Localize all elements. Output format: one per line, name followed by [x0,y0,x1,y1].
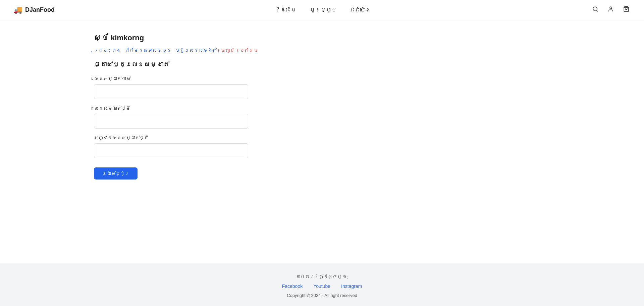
breadcrumb: គ្រប់គ្រង ព័ក័មានផ្ទាល់ខ្លួន ប្ដូរលេខសម្… [94,48,550,53]
footer-youtube-link[interactable]: Youtube [313,284,330,289]
confirm-password-label: បញ្ជាក់លេខសម្ងាត់ថ្មី [94,135,550,141]
footer-contact-label: តាមចាររំឮកផ្ទៃមួយ: [0,274,644,279]
nav-item-home[interactable]: វំតំដើម [275,7,297,13]
change-password-form: លេខសម្ងាត់ចាស់ លេខសម្ងាត់ថ្មី បញ្ជាក់លេខ… [94,76,550,180]
new-password-input[interactable] [94,114,248,129]
footer-links: Facebook Youtube Instagram [0,284,644,289]
confirm-password-input[interactable] [94,143,248,158]
account-button[interactable] [606,5,615,15]
breadcrumb-admin[interactable]: គ្រប់គ្រង [94,48,121,53]
breadcrumb-change-password[interactable]: ប្ដូរលេខសម្ងាត់ [175,48,217,53]
main-content: ស្ថ័ kimkorng គ្រប់គ្រង ព័ក័មានផ្ទាល់ខ្ល… [0,20,644,263]
confirm-password-group: បញ្ជាក់លេខសម្ងាត់ថ្មី [94,135,550,158]
footer-facebook-link[interactable]: Facebook [282,284,303,289]
new-password-label: លេខសម្ងាត់ថ្មី [94,106,550,111]
header-actions [591,5,631,15]
old-password-label: លេខសម្ងាត់ចាស់ [94,76,550,82]
submit-button[interactable]: ផ្ដាស់ប្ដូរ [94,167,138,180]
page-title: ស្ថ័ kimkorng [94,34,550,42]
footer-copyright: Copyright © 2024 - All right reserved [0,293,644,298]
main-nav: វំតំដើម មូខម្ហូប អំពីយើង [275,7,371,13]
search-button[interactable] [591,5,600,15]
new-password-group: លេខសម្ងាត់ថ្មី [94,106,550,129]
cart-button[interactable] [622,5,631,15]
svg-point-2 [610,7,612,9]
footer: តាមចាររំឮកផ្ទៃមួយ: Facebook Youtube Inst… [0,263,644,306]
breadcrumb-profile[interactable]: ព័ក័មានផ្ទាល់ខ្លួន [125,48,171,53]
logo-text: DJanFood [25,6,55,13]
nav-item-about[interactable]: អំពីយើង [350,7,371,13]
old-password-input[interactable] [94,84,248,99]
breadcrumb-logout[interactable]: ចេញពីប្រព័ន្ធ [221,48,258,53]
footer-instagram-link[interactable]: Instagram [341,284,362,289]
header: 🚚 DJanFood វំតំដើម មូខម្ហូប អំពីយើង [0,0,644,20]
nav-item-menu[interactable]: មូខម្ហូប [310,7,336,13]
section-title: ផ្ដាស់ប្ដូរលេខសម្ងាត់ [94,61,550,68]
logo-icon: 🚚 [13,6,22,14]
old-password-group: លេខសម្ងាត់ចាស់ [94,76,550,99]
logo[interactable]: 🚚 DJanFood [13,6,55,14]
svg-line-1 [596,10,597,11]
